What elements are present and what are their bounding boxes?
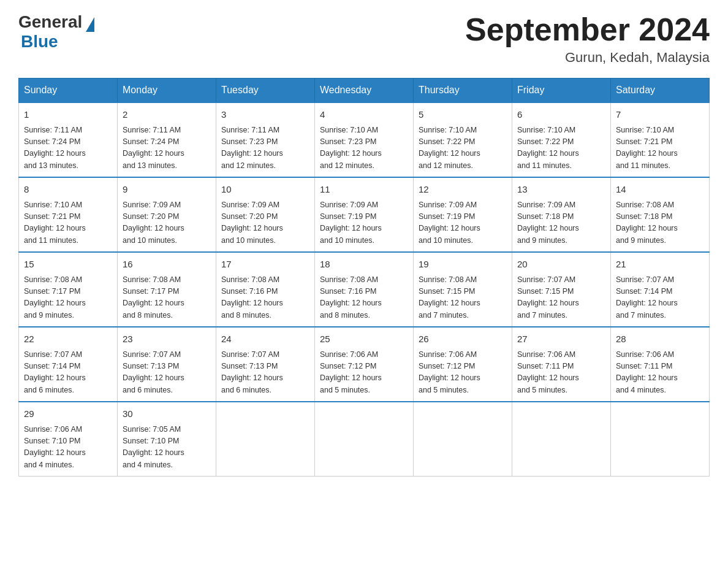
- table-row: [315, 402, 414, 477]
- day-number: 10: [221, 183, 309, 197]
- day-info: Sunrise: 7:09 AMSunset: 7:19 PMDaylight:…: [419, 199, 507, 247]
- day-info: Sunrise: 7:09 AMSunset: 7:20 PMDaylight:…: [221, 199, 309, 247]
- table-row: 7 Sunrise: 7:10 AMSunset: 7:21 PMDayligh…: [611, 102, 710, 177]
- day-info: Sunrise: 7:09 AMSunset: 7:18 PMDaylight:…: [517, 199, 605, 247]
- table-row: 21 Sunrise: 7:07 AMSunset: 7:14 PMDaylig…: [611, 252, 710, 327]
- logo-blue-text: Blue: [21, 32, 58, 51]
- table-row: 5 Sunrise: 7:10 AMSunset: 7:22 PMDayligh…: [414, 102, 512, 177]
- table-row: 23 Sunrise: 7:07 AMSunset: 7:13 PMDaylig…: [118, 327, 216, 402]
- table-row: 28 Sunrise: 7:06 AMSunset: 7:11 PMDaylig…: [611, 327, 710, 402]
- day-number: 29: [24, 407, 112, 421]
- calendar-week-row: 8 Sunrise: 7:10 AMSunset: 7:21 PMDayligh…: [19, 177, 710, 252]
- col-saturday: Saturday: [611, 79, 710, 103]
- day-info: Sunrise: 7:10 AMSunset: 7:21 PMDaylight:…: [616, 124, 704, 172]
- day-number: 23: [123, 332, 211, 347]
- day-number: 12: [419, 183, 507, 197]
- table-row: 2 Sunrise: 7:11 AMSunset: 7:24 PMDayligh…: [118, 102, 216, 177]
- calendar-title: September 2024: [465, 12, 710, 47]
- table-row: 24 Sunrise: 7:07 AMSunset: 7:13 PMDaylig…: [216, 327, 315, 402]
- day-number: 21: [616, 258, 704, 272]
- table-row: 29 Sunrise: 7:06 AMSunset: 7:10 PMDaylig…: [19, 402, 118, 477]
- table-row: [216, 402, 315, 477]
- day-info: Sunrise: 7:05 AMSunset: 7:10 PMDaylight:…: [123, 424, 211, 472]
- day-info: Sunrise: 7:11 AMSunset: 7:24 PMDaylight:…: [24, 124, 112, 172]
- calendar-week-row: 1 Sunrise: 7:11 AMSunset: 7:24 PMDayligh…: [19, 102, 710, 177]
- table-row: 16 Sunrise: 7:08 AMSunset: 7:17 PMDaylig…: [118, 252, 216, 327]
- day-info: Sunrise: 7:06 AMSunset: 7:12 PMDaylight:…: [419, 349, 507, 397]
- table-row: 8 Sunrise: 7:10 AMSunset: 7:21 PMDayligh…: [19, 177, 118, 252]
- day-number: 22: [24, 332, 112, 347]
- day-info: Sunrise: 7:06 AMSunset: 7:11 PMDaylight:…: [616, 349, 704, 397]
- table-row: 12 Sunrise: 7:09 AMSunset: 7:19 PMDaylig…: [414, 177, 512, 252]
- day-number: 20: [517, 258, 605, 272]
- calendar-week-row: 29 Sunrise: 7:06 AMSunset: 7:10 PMDaylig…: [19, 402, 710, 477]
- calendar-header-row: Sunday Monday Tuesday Wednesday Thursday…: [19, 79, 710, 103]
- day-info: Sunrise: 7:06 AMSunset: 7:12 PMDaylight:…: [320, 349, 408, 397]
- day-info: Sunrise: 7:11 AMSunset: 7:23 PMDaylight:…: [221, 124, 309, 172]
- table-row: 13 Sunrise: 7:09 AMSunset: 7:18 PMDaylig…: [512, 177, 611, 252]
- day-info: Sunrise: 7:07 AMSunset: 7:15 PMDaylight:…: [517, 274, 605, 322]
- table-row: 25 Sunrise: 7:06 AMSunset: 7:12 PMDaylig…: [315, 327, 414, 402]
- table-row: 30 Sunrise: 7:05 AMSunset: 7:10 PMDaylig…: [118, 402, 216, 477]
- table-row: [611, 402, 710, 477]
- calendar-week-row: 22 Sunrise: 7:07 AMSunset: 7:14 PMDaylig…: [19, 327, 710, 402]
- col-wednesday: Wednesday: [315, 79, 414, 103]
- table-row: [512, 402, 611, 477]
- day-info: Sunrise: 7:08 AMSunset: 7:16 PMDaylight:…: [221, 274, 309, 322]
- day-info: Sunrise: 7:08 AMSunset: 7:18 PMDaylight:…: [616, 199, 704, 247]
- logo: General Blue: [18, 12, 94, 52]
- day-info: Sunrise: 7:07 AMSunset: 7:14 PMDaylight:…: [616, 274, 704, 322]
- col-thursday: Thursday: [414, 79, 512, 103]
- table-row: 26 Sunrise: 7:06 AMSunset: 7:12 PMDaylig…: [414, 327, 512, 402]
- day-number: 14: [616, 183, 704, 197]
- col-sunday: Sunday: [19, 79, 118, 103]
- col-friday: Friday: [512, 79, 611, 103]
- day-number: 24: [221, 332, 309, 347]
- day-info: Sunrise: 7:11 AMSunset: 7:24 PMDaylight:…: [123, 124, 211, 172]
- calendar-week-row: 15 Sunrise: 7:08 AMSunset: 7:17 PMDaylig…: [19, 252, 710, 327]
- day-number: 16: [123, 258, 211, 272]
- day-info: Sunrise: 7:09 AMSunset: 7:20 PMDaylight:…: [123, 199, 211, 247]
- logo-general-text: General: [18, 12, 82, 32]
- table-row: 15 Sunrise: 7:08 AMSunset: 7:17 PMDaylig…: [19, 252, 118, 327]
- day-number: 26: [419, 332, 507, 347]
- day-number: 27: [517, 332, 605, 347]
- day-number: 15: [24, 258, 112, 272]
- table-row: 19 Sunrise: 7:08 AMSunset: 7:15 PMDaylig…: [414, 252, 512, 327]
- day-info: Sunrise: 7:08 AMSunset: 7:15 PMDaylight:…: [419, 274, 507, 322]
- day-info: Sunrise: 7:08 AMSunset: 7:16 PMDaylight:…: [320, 274, 408, 322]
- col-monday: Monday: [118, 79, 216, 103]
- day-number: 6: [517, 108, 605, 122]
- day-info: Sunrise: 7:07 AMSunset: 7:14 PMDaylight:…: [24, 349, 112, 397]
- day-number: 1: [24, 108, 112, 122]
- day-info: Sunrise: 7:06 AMSunset: 7:10 PMDaylight:…: [24, 424, 112, 472]
- day-info: Sunrise: 7:07 AMSunset: 7:13 PMDaylight:…: [221, 349, 309, 397]
- table-row: 22 Sunrise: 7:07 AMSunset: 7:14 PMDaylig…: [19, 327, 118, 402]
- table-row: 10 Sunrise: 7:09 AMSunset: 7:20 PMDaylig…: [216, 177, 315, 252]
- day-number: 7: [616, 108, 704, 122]
- day-number: 9: [123, 183, 211, 197]
- day-info: Sunrise: 7:07 AMSunset: 7:13 PMDaylight:…: [123, 349, 211, 397]
- day-number: 18: [320, 258, 408, 272]
- day-number: 5: [419, 108, 507, 122]
- table-row: [414, 402, 512, 477]
- day-number: 28: [616, 332, 704, 347]
- day-number: 25: [320, 332, 408, 347]
- calendar-table: Sunday Monday Tuesday Wednesday Thursday…: [18, 78, 710, 477]
- table-row: 18 Sunrise: 7:08 AMSunset: 7:16 PMDaylig…: [315, 252, 414, 327]
- day-number: 13: [517, 183, 605, 197]
- day-number: 2: [123, 108, 211, 122]
- table-row: 17 Sunrise: 7:08 AMSunset: 7:16 PMDaylig…: [216, 252, 315, 327]
- day-number: 19: [419, 258, 507, 272]
- table-row: 4 Sunrise: 7:10 AMSunset: 7:23 PMDayligh…: [315, 102, 414, 177]
- day-info: Sunrise: 7:06 AMSunset: 7:11 PMDaylight:…: [517, 349, 605, 397]
- table-row: 9 Sunrise: 7:09 AMSunset: 7:20 PMDayligh…: [118, 177, 216, 252]
- table-row: 6 Sunrise: 7:10 AMSunset: 7:22 PMDayligh…: [512, 102, 611, 177]
- day-info: Sunrise: 7:10 AMSunset: 7:22 PMDaylight:…: [419, 124, 507, 172]
- table-row: 1 Sunrise: 7:11 AMSunset: 7:24 PMDayligh…: [19, 102, 118, 177]
- day-info: Sunrise: 7:08 AMSunset: 7:17 PMDaylight:…: [123, 274, 211, 322]
- day-number: 30: [123, 407, 211, 421]
- calendar-title-block: September 2024 Gurun, Kedah, Malaysia: [465, 12, 710, 66]
- table-row: 3 Sunrise: 7:11 AMSunset: 7:23 PMDayligh…: [216, 102, 315, 177]
- day-number: 4: [320, 108, 408, 122]
